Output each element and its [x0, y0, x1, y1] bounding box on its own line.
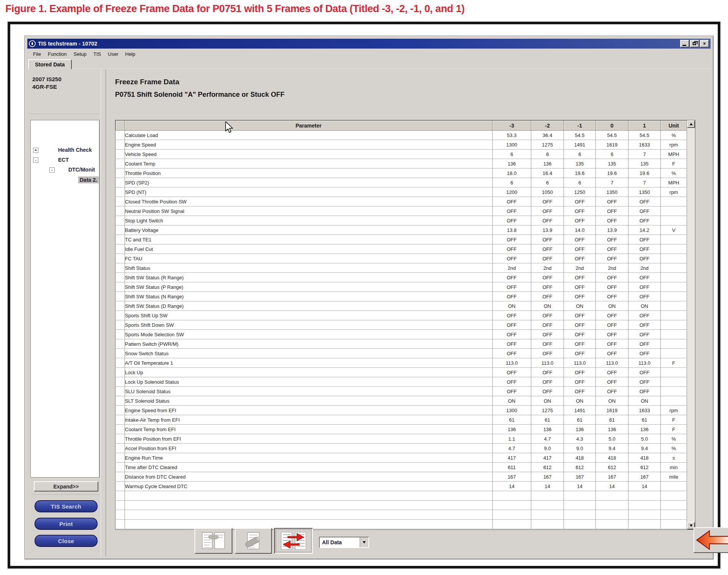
table-row[interactable]: Neutral Position SW SignalOFFOFFOFFOFFOF… — [116, 206, 687, 216]
tab-stored-data[interactable]: Stored Data — [28, 59, 72, 69]
table-row[interactable]: Engine Speed from EFI1300127514911619163… — [116, 406, 687, 415]
row-selector[interactable] — [116, 377, 125, 387]
back-button[interactable] — [693, 527, 728, 553]
col-parameter[interactable]: Parameter — [125, 121, 493, 131]
table-row[interactable]: Shift SW Status (P Range)OFFOFFOFFOFFOFF — [116, 282, 687, 292]
table-row[interactable]: Lock UpOFFOFFOFFOFFOFF — [116, 368, 687, 377]
table-row[interactable]: Intake-Air Temp from EFI6161616161F — [116, 415, 687, 425]
table-row[interactable]: Idle Fuel CutOFFOFFOFFOFFOFF — [116, 244, 687, 254]
table-row[interactable]: Stop Light SwitchOFFOFFOFFOFFOFF — [116, 216, 687, 225]
table-row[interactable]: Time after DTC Cleared611612612612612min — [116, 463, 687, 472]
row-selector[interactable] — [116, 453, 125, 463]
row-selector[interactable] — [116, 140, 125, 150]
row-selector[interactable] — [116, 415, 125, 425]
col-frame-1[interactable]: 1 — [629, 121, 661, 131]
row-selector[interactable] — [116, 273, 125, 282]
scroll-up-button[interactable] — [687, 120, 695, 128]
menu-item-file[interactable]: File — [30, 50, 44, 58]
menu-item-function[interactable]: Function — [44, 50, 70, 58]
table-row[interactable]: Throttle Position from EFI1.14.74.35.05.… — [116, 434, 687, 444]
row-selector[interactable] — [116, 349, 125, 358]
row-selector[interactable] — [116, 330, 125, 339]
tree-collapse-icon[interactable]: - — [33, 158, 38, 163]
table-row[interactable]: Closed Throttle Position SWOFFOFFOFFOFFO… — [116, 197, 687, 206]
row-selector[interactable] — [116, 263, 125, 273]
table-row[interactable] — [116, 501, 687, 510]
table-row[interactable] — [116, 520, 687, 529]
table-row[interactable]: FC TAUOFFOFFOFFOFFOFF — [116, 254, 687, 263]
table-row[interactable]: Pattern Switch (PWR/M)OFFOFFOFFOFFOFF — [116, 339, 687, 349]
row-selector[interactable] — [116, 178, 125, 187]
row-selector[interactable] — [116, 434, 125, 444]
row-selector[interactable] — [116, 254, 125, 263]
menu-item-help[interactable]: Help — [122, 50, 139, 58]
col-unit[interactable]: Unit — [661, 121, 687, 131]
close-window-button[interactable]: × — [700, 40, 709, 47]
menu-item-user[interactable]: User — [104, 50, 122, 58]
row-selector[interactable] — [116, 169, 125, 178]
row-selector[interactable] — [116, 358, 125, 368]
col-frame-0[interactable]: 0 — [596, 121, 629, 131]
row-selector[interactable] — [116, 235, 125, 244]
table-row[interactable]: Snow Switch StatusOFFOFFOFFOFFOFF — [116, 349, 687, 358]
data-list-edit-button[interactable] — [235, 528, 272, 554]
table-row[interactable]: Sports Shift Down SWOFFOFFOFFOFFOFF — [116, 320, 687, 330]
col-frame-minus2[interactable]: -2 — [531, 121, 564, 131]
table-row[interactable]: Warmup Cycle Cleared DTC1414141414 — [116, 482, 687, 491]
row-selector[interactable] — [116, 339, 125, 349]
table-row[interactable]: SPD (NT)12001050125013501350rpm — [116, 187, 687, 197]
table-row[interactable]: SPD (SP2)66677MPH — [116, 178, 687, 187]
tree-item-health-check[interactable]: Health Check — [58, 147, 92, 153]
minimize-button[interactable] — [680, 40, 689, 47]
row-selector[interactable] — [116, 216, 125, 225]
menu-item-tis[interactable]: TIS — [90, 50, 104, 58]
row-selector[interactable] — [116, 501, 125, 510]
table-row[interactable]: Shift Status2nd2nd2nd2nd2nd — [116, 263, 687, 273]
row-selector[interactable] — [116, 406, 125, 415]
tree-item-ect[interactable]: ECT — [58, 157, 69, 163]
row-selector[interactable] — [116, 491, 125, 501]
table-row[interactable]: Shift SW Status (D Range)ONONONONON — [116, 301, 687, 311]
row-selector[interactable] — [116, 311, 125, 320]
row-selector[interactable] — [116, 159, 125, 169]
close-button[interactable]: Close — [35, 535, 98, 547]
table-row[interactable]: A/T Oil Temperature 1113.0113.0113.0113.… — [116, 358, 687, 368]
row-selector[interactable] — [116, 282, 125, 292]
table-row[interactable]: Sports Shift Up SWOFFOFFOFFOFFOFF — [116, 311, 687, 320]
row-selector[interactable] — [116, 387, 125, 396]
table-row[interactable]: Engine Speed13001275149116191633rpm — [116, 140, 687, 150]
col-frame-minus1[interactable]: -1 — [564, 121, 596, 131]
table-row[interactable]: Battery Voltage13.813.914.013.914.2V — [116, 225, 687, 235]
tree-item-dtc-monitor[interactable]: DTC/Monit — [68, 167, 95, 173]
row-selector[interactable] — [116, 444, 125, 453]
table-row[interactable] — [116, 491, 687, 501]
swap-data-view-button[interactable] — [274, 528, 313, 554]
dropdown-arrow-button[interactable] — [360, 537, 368, 547]
table-row[interactable]: Vehicle Speed66667MPH — [116, 150, 687, 159]
row-selector[interactable] — [116, 510, 125, 520]
table-row[interactable]: Engine Run Time417417418418418s — [116, 453, 687, 463]
row-selector[interactable] — [116, 463, 125, 472]
row-selector[interactable] — [116, 301, 125, 311]
row-selector[interactable] — [116, 320, 125, 330]
row-selector[interactable] — [116, 482, 125, 491]
row-selector[interactable] — [116, 187, 125, 197]
row-selector[interactable] — [116, 472, 125, 482]
row-selector[interactable] — [116, 368, 125, 377]
table-row[interactable]: Distance from DTC Cleared167167167167167… — [116, 472, 687, 482]
print-button[interactable]: Print — [35, 518, 98, 530]
row-selector[interactable] — [116, 131, 125, 140]
vertical-scrollbar[interactable] — [687, 120, 695, 529]
table-row[interactable]: Coolant Temp136136135135135F — [116, 159, 687, 169]
table-row[interactable] — [116, 510, 687, 520]
col-frame-minus3[interactable]: -3 — [493, 121, 531, 131]
table-row[interactable]: Sports Mode Selection SWOFFOFFOFFOFFOFF — [116, 330, 687, 339]
row-selector[interactable] — [116, 197, 125, 206]
data-list-compare-button[interactable] — [194, 528, 232, 554]
table-row[interactable]: SLT Solenoid StatusONONONONON — [116, 396, 687, 406]
row-selector[interactable] — [116, 292, 125, 301]
row-selector[interactable] — [116, 206, 125, 216]
menu-item-setup[interactable]: Setup — [70, 50, 90, 58]
tis-search-button[interactable]: TIS Search — [35, 500, 98, 512]
tree-item-data2-selected[interactable]: Data 2. — [78, 176, 99, 183]
